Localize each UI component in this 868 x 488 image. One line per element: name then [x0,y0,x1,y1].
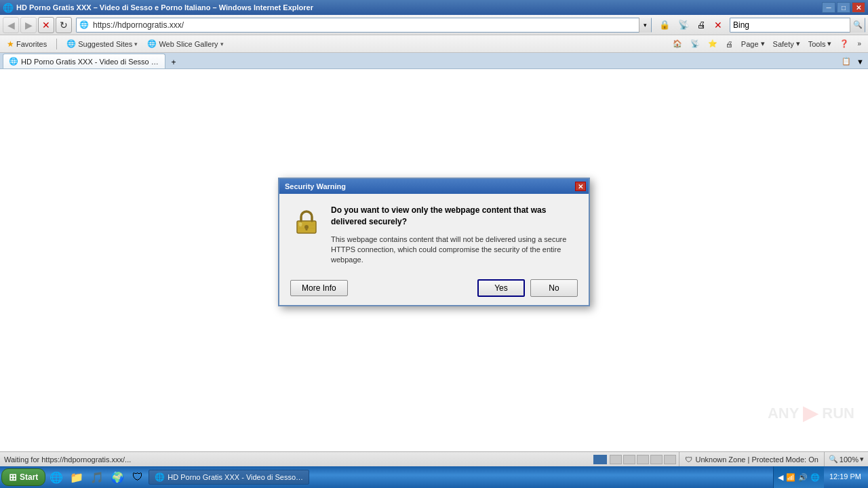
stop-button[interactable]: ✕ [38,17,54,33]
home-button[interactable]: 🏠 [670,38,685,49]
tray-hide-arrow[interactable]: ◀ [778,473,783,482]
web-slice-arrow: ▾ [220,41,224,47]
title-bar-left: 🌐 HD Porno Gratis XXX – Video di Sesso e… [3,3,313,13]
help-icon: ❓ [840,39,849,48]
new-tab-button[interactable]: + [167,56,180,68]
status-segments [610,455,676,464]
help-btn[interactable]: ❓ [837,38,852,49]
favorites-bar: ★ Favorites 🌐 Suggested Sites ▾ 🌐 Web Sl… [0,35,868,53]
tools-label: Tools [808,40,826,48]
page-btn[interactable]: Page ▾ [738,38,768,49]
svg-rect-2 [306,227,308,230]
safety-label: Safety [773,40,794,48]
web-slice-label: Web Slice Gallery [159,40,218,48]
print-btn[interactable]: 🖨 [723,39,736,49]
safety-btn[interactable]: Safety ▾ [770,38,803,49]
dialog-right-buttons: Yes No [477,279,578,297]
svg-point-3 [299,222,302,226]
favorites-button[interactable]: ★ Favorites [4,38,50,50]
dialog-titlebar: Security Warning ✕ [279,179,589,194]
taskbar-ie-icon[interactable]: 🌐 [47,468,66,486]
more-info-button[interactable]: More Info [290,280,348,296]
active-tab[interactable]: 🌐 HD Porno Gratis XXX - Video di Sesso e… [3,54,165,68]
browser-icon: 🌐 [3,3,14,13]
toolbar-icons: 🔒 📡 🖨 ✕ [656,18,726,33]
tab-toolbar-right: 📋 ▼ [840,56,865,68]
zoom-arrow: ▾ [860,455,864,464]
restore-button[interactable]: □ [837,2,850,13]
windows-logo: ⊞ [9,472,17,483]
status-seg-1 [610,455,622,464]
status-zoom[interactable]: 🔍 100% ▾ [824,452,868,466]
expand-btn[interactable]: » [854,39,864,49]
clock[interactable]: 12:19 PM [824,472,867,481]
taskbar: ⊞ Start 🌐 📁 🎵 🌍 🛡 🌐 HD Porno Gratis XXX … [0,466,868,488]
dialog-text: Do you want to view only the webpage con… [331,205,578,266]
window-title: HD Porno Gratis XXX – Video di Sesso e P… [16,3,313,12]
security-dialog: Security Warning ✕ [278,178,590,306]
back-button[interactable]: ◀ [3,17,19,33]
stop-nav-button[interactable]: ✕ [711,18,726,33]
taskbar-active-window[interactable]: 🌐 HD Porno Gratis XXX - Video di Sesso e… [149,470,309,485]
address-icon: 🌐 [78,19,90,31]
address-dropdown[interactable]: ▾ [639,18,651,33]
status-text: Waiting for https://hdpornogratis.xxx/..… [0,455,593,464]
research-btn[interactable]: 📋 [840,56,852,67]
feeds-button[interactable]: 📡 [675,18,692,32]
status-bar: Waiting for https://hdpornogratis.xxx/..… [0,451,868,466]
web-slice-gallery-button[interactable]: 🌐 Web Slice Gallery ▾ [144,38,226,49]
protected-mode-icon: 🛡 [685,455,692,464]
safety-arrow: ▾ [796,39,800,48]
suggested-sites-button[interactable]: 🌐 Suggested Sites ▾ [64,38,140,49]
tools-arrow: ▾ [827,39,831,48]
tray-volume-icon: 🔊 [798,473,808,482]
close-button[interactable]: ✕ [852,2,865,13]
lock-icon: 🔒 [656,18,673,32]
system-tray: ◀ 📶 🔊 🌐 [773,466,824,488]
search-button[interactable]: 🔍 [850,18,865,33]
refresh-button[interactable]: ↻ [56,17,72,33]
browser-content: ANY ▶ RUN Security Warning ✕ [0,69,868,451]
dialog-buttons: More Info Yes No [279,274,589,305]
status-seg-3 [637,455,649,464]
status-seg-4 [650,455,663,464]
print-button[interactable]: 🖨 [694,18,709,32]
status-seg-5 [664,455,676,464]
zoom-level: 100% [840,455,859,464]
start-label: Start [20,472,38,482]
tools-btn[interactable]: Tools ▾ [806,38,835,49]
no-button[interactable]: No [530,279,578,297]
address-input[interactable] [92,20,639,30]
dialog-question: Do you want to view only the webpage con… [331,205,578,228]
tab-bar: 🌐 HD Porno Gratis XXX - Video di Sesso e… [0,53,868,69]
taskbar-media-icon[interactable]: 🎵 [87,468,106,486]
taskbar-explorer-icon[interactable]: 📁 [67,468,86,486]
tab-list-btn[interactable]: ▼ [855,56,865,67]
dialog-body: Do you want to view only the webpage con… [279,194,589,274]
taskbar-security-icon[interactable]: 🛡 [128,468,147,486]
zone-label: Unknown Zone | Protected Mode: On [695,455,818,464]
status-zone: 🛡 Unknown Zone | Protected Mode: On [679,452,823,466]
title-bar: 🌐 HD Porno Gratis XXX – Video di Sesso e… [0,0,868,15]
search-input[interactable] [730,20,850,30]
feeds-icon[interactable]: 📡 [688,38,703,49]
forward-button[interactable]: ▶ [20,17,37,33]
dialog-lock-icon [290,205,323,237]
title-bar-controls: ─ □ ✕ [822,2,865,13]
clock-time: 12:19 PM [829,472,861,481]
status-progress-bar [593,455,607,464]
tray-network-icon: 📶 [786,473,795,482]
start-button[interactable]: ⊞ Start [1,468,45,486]
page-arrow: ▾ [761,39,765,48]
taskbar-window-label: HD Porno Gratis XXX - Video di Sesso e P… [167,473,303,481]
taskbar-firefox-icon[interactable]: 🌍 [108,468,127,486]
taskbar-window-icon: 🌐 [155,472,165,482]
star-icon: ★ [7,39,14,49]
zoom-icon: 🔍 [829,455,838,464]
yes-button[interactable]: Yes [477,279,525,297]
search-bar: 🔍 [730,18,865,33]
suggested-sites-label: Suggested Sites [78,40,132,48]
minimize-button[interactable]: ─ [822,2,835,13]
favorites-star-btn[interactable]: ⭐ [705,38,720,49]
dialog-close-button[interactable]: ✕ [575,182,586,191]
